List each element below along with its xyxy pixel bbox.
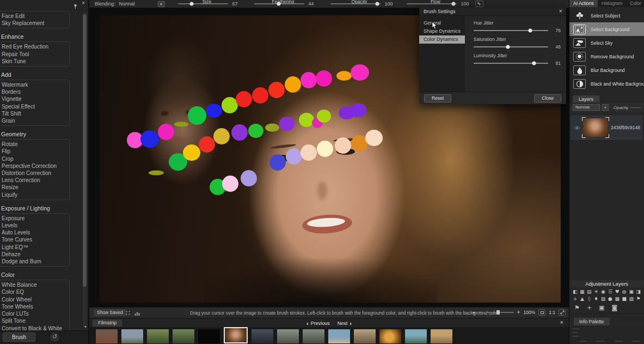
- ai-action-blur-background[interactable]: Blur Background: [569, 63, 644, 77]
- sidebar-item-liquify[interactable]: Liquify: [0, 191, 69, 198]
- slider-track[interactable]: [407, 3, 457, 4]
- filmstrip-thumbnail-food-dish[interactable]: [379, 329, 401, 343]
- camera-icon[interactable]: ◙: [612, 304, 618, 311]
- slider-track[interactable]: [178, 3, 228, 4]
- blending-dropdown-button[interactable]: ▾: [158, 1, 165, 7]
- zoom-in-button[interactable]: +: [517, 310, 520, 315]
- ai-action-remove-background[interactable]: Remove Background: [569, 50, 644, 63]
- filmstrip-thumbnail-dark-frame[interactable]: [198, 329, 220, 343]
- tab-histogram[interactable]: Histogram: [598, 0, 627, 7]
- slider-handle[interactable]: [532, 62, 536, 65]
- zoom-slider[interactable]: [486, 312, 514, 313]
- sidebar-item-levels[interactable]: Levels: [0, 222, 69, 229]
- filmstrip-thumbnail-people-warm[interactable]: [96, 329, 118, 343]
- layers-tab[interactable]: Layers: [573, 95, 599, 103]
- expand-arrows-icon[interactable]: [559, 309, 566, 316]
- filmstrip-thumbnail-gray-trees-1[interactable]: [277, 329, 299, 343]
- adjustment-layer-icon[interactable]: ▨: [628, 296, 634, 302]
- ai-action-black-and-white-background[interactable]: Black and White Background: [569, 77, 644, 90]
- slider-handle[interactable]: [376, 2, 379, 6]
- reset-icon[interactable]: ↺: [50, 333, 59, 342]
- next-button[interactable]: Next: [338, 321, 348, 326]
- sidebar-item-flip[interactable]: Flip: [0, 148, 69, 155]
- stack-icon[interactable]: ▣: [599, 304, 604, 311]
- flag-icon[interactable]: ⚑: [574, 304, 580, 311]
- tab-color[interactable]: Color: [627, 0, 644, 7]
- adjustment-layer-icon[interactable]: ◊: [586, 296, 592, 302]
- close-icon[interactable]: ×: [560, 319, 563, 325]
- grid-dots-icon[interactable]: [125, 310, 131, 317]
- brush-tool-tab[interactable]: Brush: [3, 333, 35, 342]
- info-palette-tab[interactable]: Info Palette: [574, 318, 610, 325]
- sidebar-item-lens-correction[interactable]: Lens Correction: [0, 177, 69, 184]
- slider-handle[interactable]: [452, 2, 456, 6]
- adjustment-layer-icon[interactable]: ☀: [593, 289, 599, 295]
- ai-action-select-sky[interactable]: Select Sky: [569, 36, 644, 50]
- adjustment-layer-icon[interactable]: ▲: [579, 296, 585, 302]
- blending-value[interactable]: Normal: [119, 1, 135, 7]
- slider-track[interactable]: [474, 46, 548, 47]
- pin-icon[interactable]: [73, 1, 77, 11]
- scrollbar-thumb[interactable]: [83, 14, 87, 287]
- previous-arrow-icon[interactable]: ‹: [306, 320, 309, 327]
- sidebar-item-special-effect[interactable]: Special Effect: [0, 103, 69, 110]
- sidebar-item-auto-levels[interactable]: Auto Levels: [0, 229, 69, 236]
- filters-scrollbar[interactable]: [83, 12, 87, 328]
- actual-size-button[interactable]: 1:1: [549, 310, 555, 315]
- layer-visibility-eye-icon[interactable]: [573, 123, 580, 132]
- slider-track[interactable]: [474, 63, 548, 64]
- adjustment-layer-icon[interactable]: ▩: [614, 296, 620, 302]
- sidebar-item-color-wheel[interactable]: Color Wheel: [0, 296, 69, 303]
- filmstrip-thumbnail-dark-blur[interactable]: [252, 329, 273, 343]
- adjustment-layer-icon[interactable]: ▤: [586, 289, 592, 295]
- histogram-icon[interactable]: [134, 311, 140, 317]
- slider-handle[interactable]: [529, 29, 532, 33]
- adjustment-layer-icon[interactable]: ♥: [614, 289, 620, 295]
- filmstrip-thumbnail-lake[interactable]: [405, 329, 427, 343]
- filmstrip-thumbnail-gray-trees-2[interactable]: [303, 329, 324, 343]
- adjustment-layer-icon[interactable]: ◉: [600, 289, 606, 295]
- ai-action-select-background[interactable]: Select Background: [569, 22, 644, 36]
- sidebar-item-white-balance[interactable]: White Balance: [0, 281, 69, 288]
- sidebar-item-color-luts[interactable]: Color LUTs: [0, 310, 69, 317]
- layer-row[interactable]: 2436f59c9148e102: [571, 116, 642, 140]
- sidebar-item-exposure[interactable]: Exposure: [0, 215, 69, 222]
- ai-action-select-subject[interactable]: Select Subject: [569, 9, 644, 22]
- sidebar-item-tone-curves[interactable]: Tone Curves: [0, 236, 69, 243]
- add-layer-icon[interactable]: +: [587, 304, 592, 311]
- sidebar-item-dehaze[interactable]: Dehaze: [0, 251, 69, 258]
- sidebar-item-borders[interactable]: Borders: [0, 88, 69, 95]
- sidebar-item-split-tone[interactable]: Split Tone: [0, 317, 69, 324]
- adjustment-layer-icon[interactable]: ⚑: [635, 296, 641, 302]
- close-icon[interactable]: ×: [559, 8, 562, 14]
- eyedropper-icon[interactable]: ✎: [475, 1, 483, 7]
- adjustment-layer-icon[interactable]: ◧: [572, 289, 578, 295]
- sidebar-item-grain[interactable]: Grain: [0, 117, 69, 124]
- slider-handle[interactable]: [190, 2, 194, 6]
- sidebar-item-sky-replacement[interactable]: Sky Replacement: [0, 20, 69, 27]
- sidebar-item-dodge-and-burn[interactable]: Dodge and Burn: [0, 258, 69, 265]
- brush-settings-tab-general[interactable]: General: [419, 19, 465, 27]
- slider-track[interactable]: [254, 3, 304, 4]
- adjustment-layer-icon[interactable]: ♦: [593, 296, 599, 302]
- filmstrip-thumbnail-green-field-1[interactable]: [147, 329, 169, 343]
- slider-handle[interactable]: [277, 2, 280, 6]
- adjustment-layer-icon[interactable]: +: [572, 296, 578, 302]
- opacity-slider[interactable]: [630, 107, 641, 108]
- reset-button[interactable]: Reset: [424, 94, 451, 102]
- zoom-out-button[interactable]: −: [479, 310, 482, 315]
- sidebar-item-resize[interactable]: Resize: [0, 184, 69, 191]
- sidebar-item-tone-wheels[interactable]: Tone Wheels: [0, 303, 69, 310]
- adjustment-layer-icon[interactable]: ▣: [628, 289, 634, 295]
- scroll-down-icon[interactable]: ▾: [84, 324, 87, 329]
- adjustment-layer-icon[interactable]: ▦: [579, 289, 585, 295]
- adjustment-layer-icon[interactable]: ☰: [607, 289, 613, 295]
- sidebar-item-color-eq[interactable]: Color EQ: [0, 288, 69, 295]
- zoom-dropdown-icon[interactable]: ▼: [472, 311, 476, 315]
- filmstrip-thumbnail-canyon[interactable]: [431, 329, 452, 343]
- slider-track[interactable]: [330, 3, 381, 4]
- sidebar-item-repair-tool[interactable]: Repair Tool: [0, 51, 69, 58]
- sidebar-item-rotate[interactable]: Rotate: [0, 141, 69, 148]
- filmstrip-thumbnail-portrait-current[interactable]: [224, 327, 248, 343]
- filmstrip-thumbnail-stone-arch[interactable]: [354, 329, 376, 343]
